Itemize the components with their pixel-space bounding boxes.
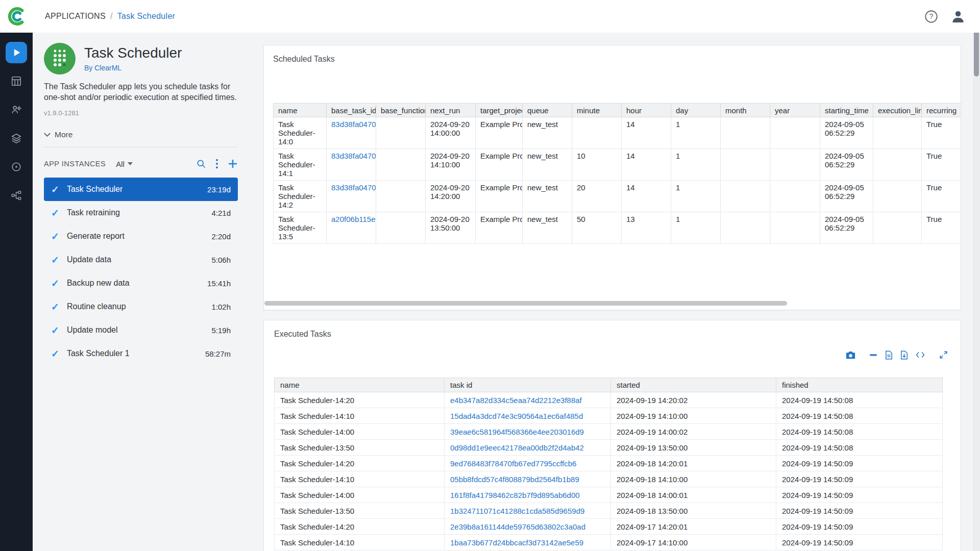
task-id-link[interactable]: a20f06b115ea4 xyxy=(331,215,376,223)
task-id-link[interactable]: 83d38fa0470f4 xyxy=(331,152,376,160)
column-header-base_task_id[interactable]: base_task_id xyxy=(327,104,376,117)
task-id-link[interactable]: 0d98dd1e9eec42178ea00db2f2d4ab42 xyxy=(450,443,584,452)
table-row[interactable]: Task Scheduler-14:00161f8fa41798462c82b7… xyxy=(275,487,943,503)
column-header-queue[interactable]: queue xyxy=(523,104,572,117)
table-cell[interactable]: 39eae6c581964f568366e4ee203016d9 xyxy=(445,424,611,440)
app-instance-row[interactable]: ✓Routine cleanup1:02h xyxy=(44,295,238,318)
column-header-day[interactable]: day xyxy=(671,104,721,117)
instances-menu-button[interactable] xyxy=(215,159,218,169)
sidebar-item-workers[interactable] xyxy=(6,99,27,120)
table-row[interactable]: Task Scheduler-14:101baa73b677d24bbcacf3… xyxy=(275,535,943,550)
column-header-target_project[interactable]: target_project xyxy=(476,104,523,117)
table-row[interactable]: Task Scheduler-14:083d38fa0470f42024-09-… xyxy=(274,117,961,149)
table-cell: new_test xyxy=(523,181,572,212)
column-header-execution_limit[interactable]: execution_limit xyxy=(873,104,922,117)
app-instance-row[interactable]: ✓Task Scheduler23:19d xyxy=(44,178,238,201)
table-row[interactable]: Task Scheduler-14:183d38fa0470f42024-09-… xyxy=(274,149,961,181)
download-file-button[interactable] xyxy=(900,350,908,360)
table-cell[interactable]: 0d98dd1e9eec42178ea00db2f2d4ab42 xyxy=(445,440,611,456)
column-header-year[interactable]: year xyxy=(770,104,820,117)
column-header-recurring[interactable]: recurring xyxy=(922,104,961,117)
column-header-finished[interactable]: finished xyxy=(776,378,943,392)
table-cell[interactable]: 1baa73b677d24bbcacf3d73142ae5e59 xyxy=(445,535,611,550)
snapshot-button[interactable] xyxy=(845,350,856,360)
table-row[interactable]: Task Scheduler-13:501b324711071c41288c1c… xyxy=(275,503,943,519)
sidebar-item-pipelines[interactable] xyxy=(6,185,27,206)
task-id-link[interactable]: 161f8fa41798462c82b7f9d895ab6d00 xyxy=(450,491,580,499)
column-header-name[interactable]: name xyxy=(274,104,327,117)
column-header-started[interactable]: started xyxy=(611,378,776,392)
table-cell[interactable]: 9ed768483f78470fb67ed7795ccffcb6 xyxy=(445,456,611,471)
table-cell xyxy=(721,212,770,244)
table-cell[interactable]: a20f06b115ea4 xyxy=(327,212,376,244)
table-cell[interactable]: 1b324711071c41288c1cda585d9659d9 xyxy=(445,503,611,519)
task-id-link[interactable]: 05bb8fdcd57c4f808879bd2564fb1b89 xyxy=(450,475,579,484)
table-cell[interactable]: 83d38fa0470f4 xyxy=(327,149,376,181)
download-csv-button[interactable] xyxy=(885,350,893,360)
horizontal-scrollbar-thumb[interactable] xyxy=(264,301,787,306)
task-id-link[interactable]: 1baa73b677d24bbcacf3d73142ae5e59 xyxy=(450,538,583,547)
add-instance-button[interactable] xyxy=(228,159,238,169)
table-row[interactable]: Task Scheduler-14:20e4b347a82d334c5eaa74… xyxy=(275,392,943,408)
instance-name: Generate report xyxy=(67,232,125,241)
table-cell[interactable]: 05bb8fdcd57c4f808879bd2564fb1b89 xyxy=(445,471,611,487)
table-cell[interactable]: e4b347a82d334c5eaa74d2212e3f88af xyxy=(445,392,611,408)
table-row[interactable]: Task Scheduler-14:1015dad4a3dcd74e3c9056… xyxy=(275,408,943,424)
task-id-link[interactable]: 83d38fa0470f4 xyxy=(331,183,376,192)
column-header-name[interactable]: name xyxy=(275,378,445,392)
column-header-starting_time[interactable]: starting_time xyxy=(820,104,873,117)
sidebar-item-datasets[interactable] xyxy=(6,128,27,149)
table-cell[interactable]: 2e39b8a161144de59765d63802c3a0ad xyxy=(445,519,611,535)
table-row[interactable]: Task Scheduler-14:202e39b8a161144de59765… xyxy=(275,519,943,535)
table-cell: Task Scheduler-14:20 xyxy=(275,392,445,408)
table-row[interactable]: Task Scheduler-13:500d98dd1e9eec42178ea0… xyxy=(275,440,943,456)
collapse-button[interactable] xyxy=(870,354,877,357)
table-row[interactable]: Task Scheduler-14:0039eae6c581964f568366… xyxy=(275,424,943,440)
executed-tasks-card: Executed Tasks xyxy=(263,320,961,551)
help-button[interactable]: ? xyxy=(924,10,938,23)
sidebar-item-applications[interactable] xyxy=(6,42,27,63)
table-cell: 13 xyxy=(622,212,671,244)
task-id-link[interactable]: 2e39b8a161144de59765d63802c3a0ad xyxy=(450,522,585,531)
expand-button[interactable] xyxy=(939,350,948,360)
breadcrumb-applications[interactable]: APPLICATIONS xyxy=(45,12,106,21)
clearml-logo[interactable] xyxy=(0,0,33,33)
search-button[interactable] xyxy=(196,159,206,169)
task-id-link[interactable]: 83d38fa0470f4 xyxy=(331,120,376,129)
more-toggle[interactable]: More xyxy=(44,130,238,139)
by-clearml-link[interactable]: By ClearML xyxy=(84,64,182,72)
vertical-scrollbar[interactable] xyxy=(973,0,980,551)
sidebar-item-endpoints[interactable] xyxy=(6,156,27,178)
table-row[interactable]: Task Scheduler-14:209ed768483f78470fb67e… xyxy=(275,456,943,471)
app-instance-row[interactable]: ✓Generate report2:20d xyxy=(44,224,238,248)
app-instance-row[interactable]: ✓Task Scheduler 158:27m xyxy=(44,342,238,365)
task-id-link[interactable]: e4b347a82d334c5eaa74d2212e3f88af xyxy=(450,396,582,405)
table-cell[interactable]: 15dad4a3dcd74e3c90564a1ec6af485d xyxy=(445,408,611,424)
app-instance-row[interactable]: ✓Backup new data15:41h xyxy=(44,271,238,295)
column-header-next_run[interactable]: next_run xyxy=(426,104,476,117)
app-instance-row[interactable]: ✓Task retraining4:21d xyxy=(44,201,238,224)
app-instance-row[interactable]: ✓Update model5:19h xyxy=(44,318,238,342)
table-cell xyxy=(873,181,922,212)
table-cell[interactable]: 83d38fa0470f4 xyxy=(327,117,376,149)
sidebar-item-projects[interactable] xyxy=(6,70,27,92)
table-row[interactable]: Task Scheduler-14:283d38fa0470f42024-09-… xyxy=(274,181,961,212)
table-cell: 2024-09-19 14:10:00 xyxy=(611,408,776,424)
column-header-task-id[interactable]: task id xyxy=(445,378,611,392)
task-id-link[interactable]: 9ed768483f78470fb67ed7795ccffcb6 xyxy=(450,459,576,468)
table-cell[interactable]: 83d38fa0470f4 xyxy=(327,181,376,212)
column-header-base_function[interactable]: base_function xyxy=(376,104,426,117)
instances-filter-dropdown[interactable]: All xyxy=(116,160,133,168)
embed-code-button[interactable] xyxy=(916,350,925,359)
user-avatar[interactable] xyxy=(950,9,966,24)
task-id-link[interactable]: 1b324711071c41288c1cda585d9659d9 xyxy=(450,507,584,515)
app-instance-row[interactable]: ✓Update data5:06h xyxy=(44,248,238,271)
column-header-hour[interactable]: hour xyxy=(622,104,671,117)
column-header-month[interactable]: month xyxy=(721,104,770,117)
table-row[interactable]: Task Scheduler-14:1005bb8fdcd57c4f808879… xyxy=(275,471,943,487)
column-header-minute[interactable]: minute xyxy=(572,104,622,117)
task-id-link[interactable]: 15dad4a3dcd74e3c90564a1ec6af485d xyxy=(450,412,583,420)
table-cell[interactable]: 161f8fa41798462c82b7f9d895ab6d00 xyxy=(445,487,611,503)
task-id-link[interactable]: 39eae6c581964f568366e4ee203016d9 xyxy=(450,428,584,436)
table-row[interactable]: Task Scheduler-13:5a20f06b115ea42024-09-… xyxy=(274,212,961,244)
